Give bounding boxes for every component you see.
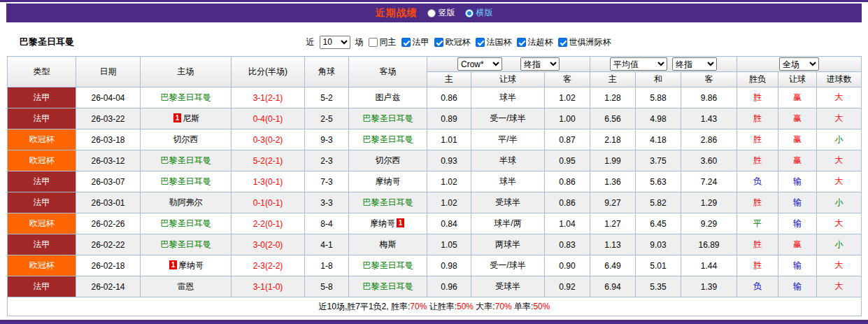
date-cell: 26-03-12 bbox=[76, 150, 141, 171]
score-cell: 1-3(0-1) bbox=[232, 171, 305, 192]
header-europe-odds-group: 平均值 终指 bbox=[590, 57, 737, 72]
league-cell: 欧冠杯 bbox=[8, 255, 76, 276]
recent-results-widget: 近期战绩 竖版横版 巴黎圣日耳曼 近 10 场 同主法甲欧冠杯法国杯法超杯世俱洲… bbox=[0, 0, 868, 324]
date-cell: 26-02-22 bbox=[76, 234, 141, 255]
asia-away-odds-cell: 0.86 bbox=[545, 192, 590, 213]
date-cell: 26-03-07 bbox=[76, 171, 141, 192]
asia-away-odds-cell: 1.00 bbox=[545, 108, 590, 129]
goals-cell: 小 bbox=[817, 192, 862, 213]
league-filter-checkbox-5[interactable]: 世俱洲际杯 bbox=[558, 36, 611, 48]
fulltime-scope-select[interactable]: 全场 bbox=[779, 57, 819, 71]
europe-away-odds-cell: 16.89 bbox=[681, 234, 737, 255]
checkbox-icon bbox=[476, 38, 485, 47]
asia-handicap-cell: 球半/两 bbox=[471, 213, 545, 234]
asia-away-odds-cell: 0.87 bbox=[545, 129, 590, 150]
subheader-europe-away: 客 bbox=[681, 72, 737, 87]
europe-home-odds-cell: 1.28 bbox=[590, 87, 636, 108]
away-team-cell: 摩纳哥 bbox=[349, 171, 427, 192]
asia-handicap-cell: 受球半 bbox=[471, 276, 545, 297]
asia-home-odds-cell: 0.93 bbox=[427, 150, 471, 171]
match-count-select[interactable]: 10 bbox=[320, 36, 350, 49]
corner-cell: 8-4 bbox=[305, 213, 349, 234]
asia-home-odds-cell: 1.01 bbox=[427, 129, 471, 150]
checkbox-label: 法超杯 bbox=[528, 36, 553, 48]
league-cell: 法甲 bbox=[8, 234, 76, 255]
subheader-asia-home: 主 bbox=[427, 72, 471, 87]
europe-final-index-select[interactable]: 终指 bbox=[672, 57, 717, 71]
team-name-text: 巴黎圣日耳曼 bbox=[363, 260, 413, 270]
europe-away-odds-cell: 1.29 bbox=[681, 192, 737, 213]
europe-draw-odds-cell: 5.35 bbox=[636, 276, 681, 297]
league-filter-checkbox-0[interactable]: 同主 bbox=[369, 36, 397, 48]
goals-cell: 大 bbox=[817, 255, 862, 276]
europe-away-odds-cell: 9.86 bbox=[681, 87, 737, 108]
league-filter-checkbox-3[interactable]: 法国杯 bbox=[476, 36, 512, 48]
match-row: 欧冠杯26-02-181摩纳哥2-3(2-2)1-8巴黎圣日耳曼0.98受一/球… bbox=[8, 255, 862, 276]
checkbox-icon bbox=[369, 38, 378, 47]
score-cell: 2-2(0-1) bbox=[232, 213, 305, 234]
europe-average-select[interactable]: 平均值 bbox=[610, 57, 667, 71]
result-cell: 胜 bbox=[737, 192, 778, 213]
layout-radio-group: 竖版横版 bbox=[427, 7, 493, 19]
team-name-text: 切尔西 bbox=[173, 134, 199, 144]
europe-home-odds-cell: 2.18 bbox=[590, 129, 636, 150]
results-table: 类型 日期 主场 比分(半场) 角球 客场 Crow* 终指 bbox=[7, 56, 862, 316]
col-header-date: 日期 bbox=[76, 57, 141, 87]
away-team-cell: 巴黎圣日耳曼 bbox=[349, 276, 427, 297]
away-team-cell: 梅斯 bbox=[349, 234, 427, 255]
away-team-cell: 巴黎圣日耳曼 bbox=[349, 129, 427, 150]
checkbox-label: 欧冠杯 bbox=[446, 36, 471, 48]
league-cell: 法甲 bbox=[8, 171, 76, 192]
checkbox-label: 世俱洲际杯 bbox=[569, 36, 611, 48]
summary-text: 让胜率: bbox=[427, 302, 457, 311]
goals-cell: 大 bbox=[817, 87, 862, 108]
asia-final-index-select[interactable]: 终指 bbox=[520, 57, 560, 71]
summary-cell: 近10场,胜7平1负2, 胜率:70% 让胜率:50% 大率:70% 单率:50… bbox=[8, 297, 862, 316]
league-filter-checkbox-2[interactable]: 欧冠杯 bbox=[434, 36, 471, 48]
europe-home-odds-cell: 9.27 bbox=[590, 192, 636, 213]
date-cell: 26-02-14 bbox=[76, 276, 141, 297]
match-row: 法甲26-02-22巴黎圣日耳曼3-0(2-0)4-1梅斯1.05两球半0.83… bbox=[8, 234, 862, 255]
summary-value: 70% bbox=[410, 302, 427, 311]
date-cell: 26-03-22 bbox=[76, 108, 141, 129]
asia-away-odds-cell: 0.86 bbox=[545, 171, 590, 192]
col-header-corner: 角球 bbox=[305, 57, 349, 87]
near-label: 近 bbox=[306, 36, 315, 48]
handicap-result-cell: 输 bbox=[778, 213, 817, 234]
date-cell: 26-03-01 bbox=[76, 192, 141, 213]
asia-home-odds-cell: 0.89 bbox=[427, 108, 471, 129]
goals-cell: 大 bbox=[817, 150, 862, 171]
match-row: 欧冠杯26-03-18切尔西0-3(0-2)9-3巴黎圣日耳曼1.01平/半0.… bbox=[8, 129, 862, 150]
layout-radio-0[interactable]: 竖版 bbox=[427, 7, 455, 19]
asia-handicap-cell: 球半 bbox=[471, 171, 545, 192]
subheader-handicap-result: 让球 bbox=[778, 72, 817, 87]
league-filter-checkbox-1[interactable]: 法甲 bbox=[401, 36, 429, 48]
header-row-selects: 类型 日期 主场 比分(半场) 角球 客场 Crow* 终指 bbox=[8, 57, 862, 72]
match-row: 法甲26-02-14雷恩3-1(1-0)5-8巴黎圣日耳曼0.96受球半0.92… bbox=[8, 276, 862, 297]
home-team-cell: 巴黎圣日耳曼 bbox=[141, 150, 232, 171]
match-row: 法甲26-04-04巴黎圣日耳曼3-1(2-1)5-2图卢兹0.86球半1.02… bbox=[8, 87, 862, 108]
result-cell: 胜 bbox=[737, 108, 778, 129]
bookmaker-select[interactable]: Crow* bbox=[457, 57, 502, 71]
europe-draw-odds-cell: 9.03 bbox=[636, 234, 681, 255]
europe-home-odds-cell: 6.94 bbox=[590, 276, 636, 297]
league-filter-checkbox-4[interactable]: 法超杯 bbox=[517, 36, 553, 48]
europe-home-odds-cell: 1.13 bbox=[590, 234, 636, 255]
date-cell: 26-04-04 bbox=[76, 87, 141, 108]
goals-cell: 大 bbox=[817, 108, 862, 129]
europe-home-odds-cell: 1.36 bbox=[590, 171, 636, 192]
goals-cell: 大 bbox=[817, 171, 862, 192]
europe-home-odds-cell: 6.56 bbox=[590, 108, 636, 129]
away-team-cell: 切尔西 bbox=[349, 150, 427, 171]
checkbox-icon bbox=[517, 38, 526, 47]
corner-cell: 5-8 bbox=[305, 276, 349, 297]
score-cell: 0-4(0-1) bbox=[232, 108, 305, 129]
result-cell: 胜 bbox=[737, 87, 778, 108]
europe-away-odds-cell: 1.39 bbox=[681, 276, 737, 297]
europe-home-odds-cell: 1.27 bbox=[590, 213, 636, 234]
layout-radio-1[interactable]: 横版 bbox=[465, 7, 493, 19]
col-header-home: 主场 bbox=[141, 57, 232, 87]
match-row: 欧冠杯26-03-12巴黎圣日耳曼5-2(2-1)2-3切尔西0.93半球0.9… bbox=[8, 150, 862, 171]
team-name-text: 巴黎圣日耳曼 bbox=[363, 134, 413, 144]
team-name-text: 巴黎圣日耳曼 bbox=[161, 176, 211, 186]
